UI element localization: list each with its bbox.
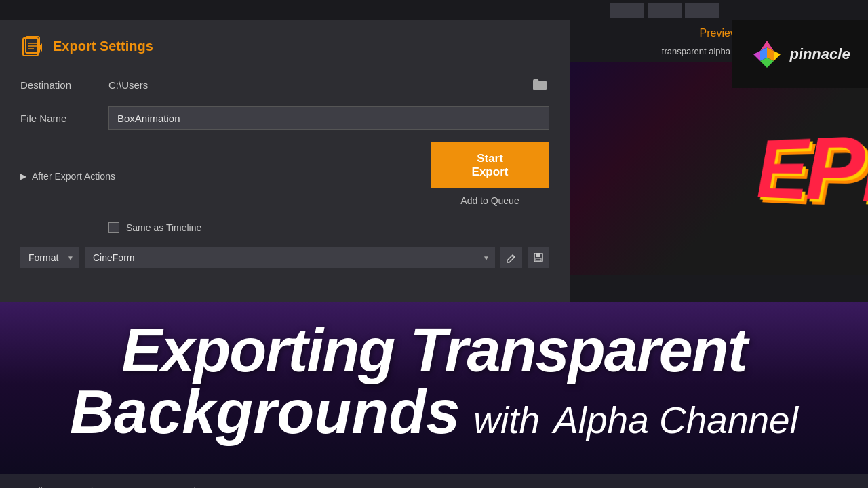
subtitle-with: with <box>473 399 540 442</box>
pinnacle-logo: pinnacle <box>732 20 868 88</box>
subtitle-alpha-channel: Alpha Channel <box>553 399 798 442</box>
svg-rect-9 <box>536 258 541 261</box>
preview-video-area: EPI <box>570 62 868 275</box>
footer-divider: | <box>91 485 94 488</box>
timeline-row: Same as Timeline <box>108 222 549 233</box>
destination-value: C:\Users <box>108 79 530 91</box>
top-bar <box>0 0 868 20</box>
main-title-line1: Exporting Transparent <box>0 322 868 380</box>
save-preset-button[interactable] <box>528 247 549 268</box>
format-select-wrapper[interactable]: Format ▼ <box>20 247 79 268</box>
edit-preset-button[interactable] <box>500 247 522 268</box>
format-dropdown[interactable]: Format <box>20 247 79 268</box>
export-buttons-group: Start Export Add to Queue <box>431 142 549 210</box>
same-as-timeline-checkbox[interactable] <box>108 222 119 233</box>
destination-label: Destination <box>20 79 108 91</box>
preview-eps-text: EPI <box>757 113 868 224</box>
top-section: Export Settings Destination C:\Users Fil… <box>0 20 868 302</box>
filename-input[interactable] <box>108 106 549 130</box>
add-to-queue-button[interactable]: Add to Queue <box>454 191 526 210</box>
actions-row: ▶ After Export Actions Start Export Add … <box>20 142 549 210</box>
top-bar-btn-1[interactable] <box>610 3 644 18</box>
bottom-title-block: Exporting Transparent Backgrounds with A… <box>0 322 868 442</box>
pinnacle-icon <box>750 37 784 71</box>
export-settings-panel: Export Settings Destination C:\Users Fil… <box>0 20 570 302</box>
folder-icon[interactable] <box>530 75 549 94</box>
filename-label: File Name <box>20 113 108 124</box>
cineform-select-wrapper[interactable]: CineForm ▼ <box>85 247 495 268</box>
same-as-timeline-label: Same as Timeline <box>126 222 201 233</box>
subtitle-row: Backgrounds with Alpha Channel <box>0 384 868 442</box>
panel-title: Export Settings <box>53 39 153 54</box>
svg-marker-14 <box>753 51 760 61</box>
cineform-dropdown[interactable]: CineForm <box>85 247 495 268</box>
after-export-label: After Export Actions <box>32 171 115 182</box>
top-bar-btn-3[interactable] <box>685 3 719 18</box>
footer-bar: Quality | 25.00 Frames/sec <box>0 474 868 488</box>
export-icon <box>20 34 45 58</box>
top-bar-btn-2[interactable] <box>648 3 682 18</box>
panel-header: Export Settings <box>20 34 549 58</box>
expand-arrow-icon: ▶ <box>20 171 26 181</box>
svg-marker-15 <box>774 51 781 61</box>
bottom-section: Exporting Transparent Backgrounds with A… <box>0 302 868 488</box>
start-export-button[interactable]: Start Export <box>431 142 549 188</box>
svg-rect-8 <box>536 253 540 257</box>
destination-row: Destination C:\Users <box>20 75 549 94</box>
action-icons-group <box>500 247 549 268</box>
preview-section: Preview transparent alpha channel.r... p… <box>570 20 868 302</box>
subtitle-backgrounds: Backgrounds <box>70 384 460 442</box>
pinnacle-text: pinnacle <box>789 45 850 63</box>
after-export-toggle[interactable]: ▶ After Export Actions <box>20 171 115 182</box>
format-row: Format ▼ CineForm ▼ <box>20 247 549 268</box>
filename-row: File Name <box>20 106 549 130</box>
